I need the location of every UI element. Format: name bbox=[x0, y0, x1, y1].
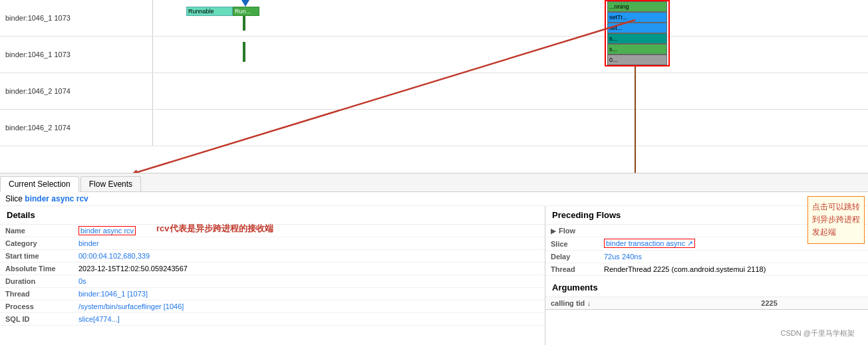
annotation-left: rcv代表是异步跨进程的接收端 bbox=[156, 223, 273, 235]
row-content-1: Runnable Run... bbox=[153, 0, 868, 36]
detail-value-process: /system/bin/surfaceflinger [1046] bbox=[73, 300, 545, 313]
detail-row-starttime: Start time 00:00:04.102,680,339 bbox=[0, 250, 545, 263]
timeline-row-4: binder:1046_2 1074 bbox=[0, 110, 868, 146]
flow-key-flow: ▶ Flow bbox=[545, 225, 599, 237]
slice-title-bar: Slice binder async rcv bbox=[0, 192, 868, 206]
args-col2-header: 2225 bbox=[756, 297, 868, 310]
flow-value-delay: 72us 240ns bbox=[599, 251, 868, 263]
rblock-6[interactable]: 0... bbox=[607, 55, 667, 65]
details-panel: Details Name binder async rcv Category b… bbox=[0, 206, 545, 345]
row-label-1: binder:1046_1 1073 bbox=[0, 0, 153, 36]
detail-key-name: Name bbox=[0, 225, 73, 237]
args-table: calling tid ↓ 2225 bbox=[545, 297, 868, 310]
row-content-3 bbox=[153, 73, 868, 109]
arguments-title: Arguments bbox=[545, 279, 868, 297]
flow-key-thread: Thread bbox=[545, 263, 599, 276]
detail-value-duration: 0s bbox=[73, 275, 545, 288]
details-table: Name binder async rcv Category binder St… bbox=[0, 225, 545, 326]
bottom-panel: Details Name binder async rcv Category b… bbox=[0, 206, 868, 345]
detail-value-abstime: 2023-12-15T12:02:50.059243567 bbox=[73, 263, 545, 275]
detail-row-duration: Duration 0s bbox=[0, 275, 545, 288]
slice-title-name: binder async rcv bbox=[25, 194, 88, 203]
flow-key-delay: Delay bbox=[545, 251, 599, 263]
name-value-highlighted: binder async rcv bbox=[78, 226, 136, 235]
detail-row-category: Category binder bbox=[0, 237, 545, 250]
detail-key-sqlid: SQL ID bbox=[0, 313, 73, 326]
triangle-marker bbox=[241, 0, 249, 7]
detail-value-sqlid: slice[4774...] bbox=[73, 313, 545, 326]
process-link[interactable]: /system/bin/surfaceflinger [1046] bbox=[78, 302, 184, 310]
detail-row-abstime: Absolute Time 2023-12-15T12:02:50.059243… bbox=[0, 263, 545, 275]
rblock-5[interactable]: s... bbox=[607, 44, 667, 55]
details-title: Details bbox=[0, 206, 545, 225]
row-label-2: binder:1046_1 1073 bbox=[0, 37, 153, 72]
starttime-link[interactable]: 00:00:04.102,680,339 bbox=[78, 252, 150, 260]
watermark: CSDN @千里马学框架 bbox=[781, 328, 855, 338]
detail-key-process: Process bbox=[0, 300, 73, 313]
rblock-3[interactable]: set... bbox=[607, 23, 667, 33]
args-col1-header[interactable]: calling tid ↓ bbox=[545, 297, 756, 310]
detail-row-process: Process /system/bin/surfaceflinger [1046… bbox=[0, 300, 545, 313]
detail-value-name: binder async rcv bbox=[73, 225, 545, 237]
flow-key-slice: Slice bbox=[545, 237, 599, 251]
rblock-4[interactable]: s... bbox=[607, 33, 667, 44]
flow-row-delay: Delay 72us 240ns bbox=[545, 251, 868, 263]
right-panel: Preceding Flows ▶ Flow Slice bbox=[545, 206, 868, 345]
small-bar bbox=[243, 16, 245, 31]
delay-link[interactable]: 72us 240ns bbox=[604, 253, 642, 261]
detail-row-sqlid: SQL ID slice[4774...] bbox=[0, 313, 545, 326]
detail-value-category: binder bbox=[73, 237, 545, 250]
running-block[interactable]: Run... bbox=[233, 7, 259, 16]
timeline-row-1: binder:1046_1 1073 Runnable Run... bbox=[0, 0, 868, 37]
args-header-row: calling tid ↓ 2225 bbox=[545, 297, 868, 310]
tab-flow-events[interactable]: Flow Events bbox=[80, 176, 141, 191]
thread-link[interactable]: binder:1046_1 [1073] bbox=[78, 290, 148, 298]
row-label-4: binder:1046_2 1074 bbox=[0, 110, 153, 146]
flow-chevron[interactable]: ▶ bbox=[551, 227, 556, 235]
detail-key-thread: Thread bbox=[0, 288, 73, 300]
right-blocks-container: ...nning setTr... set... s... s... 0... bbox=[607, 1, 667, 65]
svg-marker-2 bbox=[130, 170, 140, 173]
detail-key-starttime: Start time bbox=[0, 250, 73, 263]
row-content-4 bbox=[153, 110, 868, 146]
sqlid-link[interactable]: slice[4774...] bbox=[78, 315, 120, 323]
flow-value-thread: RenderThread 2225 (com.android.systemui … bbox=[599, 263, 868, 276]
timeline-row-3: binder:1046_2 1074 bbox=[0, 73, 868, 110]
small-bar-2 bbox=[243, 42, 245, 62]
flow-label: Flow bbox=[559, 227, 575, 235]
rblock-2[interactable]: setTr... bbox=[607, 12, 667, 23]
row-label-3: binder:1046_2 1074 bbox=[0, 73, 153, 109]
detail-value-thread: binder:1046_1 [1073] bbox=[73, 288, 545, 300]
annotation-right: 点击可以跳转 到异步跨进程 发起端 bbox=[807, 206, 865, 244]
runnable-block[interactable]: Runnable bbox=[186, 7, 233, 16]
tab-current-selection[interactable]: Current Selection bbox=[0, 176, 79, 192]
detail-row-thread: Thread binder:1046_1 [1073] bbox=[0, 288, 545, 300]
rblock-1[interactable]: ...nning bbox=[607, 1, 667, 12]
slice-link[interactable]: binder transaction async ↗ bbox=[604, 239, 695, 248]
duration-link[interactable]: 0s bbox=[78, 277, 86, 285]
detail-key-category: Category bbox=[0, 237, 73, 250]
detail-key-duration: Duration bbox=[0, 275, 73, 288]
detail-key-abstime: Absolute Time bbox=[0, 263, 73, 275]
timeline-row-2: binder:1046_1 1073 bbox=[0, 37, 868, 73]
detail-value-starttime: 00:00:04.102,680,339 bbox=[73, 250, 545, 263]
timeline-area: binder:1046_1 1073 Runnable Run... binde… bbox=[0, 0, 868, 173]
flow-row-thread: Thread RenderThread 2225 (com.android.sy… bbox=[545, 263, 868, 276]
category-link[interactable]: binder bbox=[78, 239, 99, 247]
slice-title-prefix: Slice bbox=[5, 194, 23, 203]
row-content-2 bbox=[153, 37, 868, 72]
tab-bar: Current Selection Flow Events bbox=[0, 173, 868, 192]
